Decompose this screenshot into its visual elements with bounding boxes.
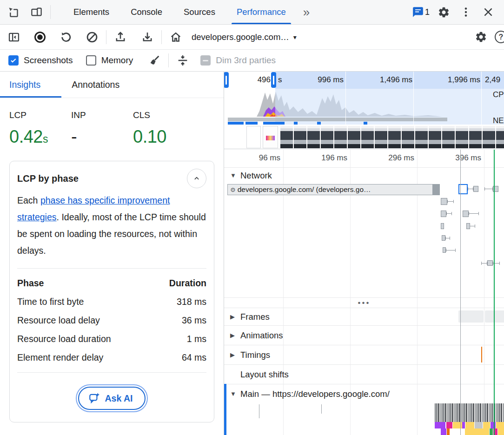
sidebar-tabs: Insights Annotations	[0, 72, 224, 98]
tab-sources[interactable]: Sources	[173, 0, 226, 24]
track-label: Main — https://developers.google.com/	[240, 389, 390, 399]
screenshots-filmstrip[interactable]	[279, 126, 504, 148]
network-request-bar[interactable]	[463, 211, 469, 217]
metric-cls: CLS 0.10	[133, 110, 166, 147]
messages-button[interactable]: 1	[412, 6, 430, 18]
network-request-bar[interactable]	[441, 211, 446, 217]
live-metrics-button[interactable]	[167, 29, 184, 46]
collect-garbage-button[interactable]	[146, 52, 163, 69]
capture-settings-button[interactable]	[472, 29, 489, 46]
flame-segment[interactable]	[447, 428, 450, 435]
close-devtools-button[interactable]	[480, 4, 497, 20]
navigation-history-select[interactable]: developers.google.com… ▾	[192, 32, 297, 42]
network-request-whisker	[468, 189, 473, 189]
track-header-network[interactable]: ▼ Network	[224, 167, 504, 183]
reload-icon	[60, 31, 73, 44]
clear-recording-button[interactable]	[84, 29, 100, 46]
help-button[interactable]: ?	[495, 31, 504, 43]
network-request-bar[interactable]	[473, 186, 478, 192]
flame-segment[interactable]	[475, 422, 483, 428]
overview-tick-suffix: s	[278, 75, 282, 85]
network-request-bar[interactable]	[442, 235, 445, 241]
flame-segment[interactable]	[435, 422, 445, 428]
network-request-bar[interactable]: ⚙ developers.google.com/ (developers.go…	[227, 184, 440, 195]
flame-segment[interactable]	[462, 422, 465, 428]
track-resize-handle[interactable]: •••	[224, 297, 504, 308]
timing-marker[interactable]	[481, 347, 482, 362]
collapse-card-button[interactable]	[187, 169, 206, 188]
settings-button[interactable]	[435, 4, 452, 20]
toggle-sidebar-button[interactable]	[6, 29, 22, 46]
window-right-handle[interactable]	[271, 72, 276, 88]
flame-segment[interactable]	[465, 422, 474, 428]
track-header-main[interactable]: ▼ Main — https://developers.google.com/	[224, 384, 504, 403]
screenshots-checkbox[interactable]	[8, 55, 19, 66]
panel-left-icon	[7, 31, 20, 44]
inspect-button[interactable]	[5, 4, 21, 20]
sidebar-tab-annotations[interactable]: Annotations	[61, 72, 130, 98]
flame-segment[interactable]	[483, 422, 490, 428]
memory-checkbox[interactable]	[86, 55, 96, 66]
flame-segment[interactable]	[496, 422, 504, 428]
network-request-bar[interactable]	[441, 223, 444, 229]
kebab-menu-button[interactable]	[458, 4, 474, 20]
block-icon	[86, 31, 99, 44]
overview-network-segment	[228, 122, 244, 125]
overview-tick: 1,496 ms	[378, 75, 412, 85]
tab-performance[interactable]: Performance	[226, 0, 297, 24]
frame-block[interactable]	[458, 310, 484, 323]
overview-tick: 996 ms	[316, 75, 344, 85]
chevron-up-icon	[192, 174, 201, 183]
record-button[interactable]	[32, 29, 48, 46]
close-icon	[482, 6, 494, 18]
dim-third-parties-label: Dim 3rd parties	[216, 55, 276, 66]
flame-segment[interactable]	[446, 422, 452, 428]
card-title: LCP by phase	[17, 169, 79, 184]
record-and-reload-button[interactable]	[58, 29, 74, 46]
flame-segment[interactable]	[490, 428, 493, 435]
timeline-playhead[interactable]	[460, 150, 461, 435]
flame-segment[interactable]	[453, 422, 462, 428]
tab-elements[interactable]: Elements	[63, 0, 120, 24]
ruler-tick: 296 ms	[382, 153, 414, 163]
network-request-bar[interactable]	[441, 198, 447, 205]
track-header-animations[interactable]: ▶ Animations	[224, 325, 504, 345]
collapse-details-button[interactable]	[174, 52, 191, 69]
flame-segment[interactable]	[491, 422, 496, 428]
track-header-layout-shifts[interactable]: Layout shifts	[224, 364, 504, 384]
flame-segment[interactable]	[441, 428, 446, 435]
load-profile-button[interactable]	[112, 29, 129, 46]
flame-segment[interactable]	[465, 428, 489, 435]
network-request-bar[interactable]	[487, 260, 493, 266]
ask-ai-button[interactable]: Ask AI	[78, 387, 146, 410]
tab-console[interactable]: Console	[120, 0, 173, 24]
chat-bubble-icon	[412, 6, 424, 18]
col-duration: Duration	[169, 278, 206, 289]
overview-cpu-label: CP	[493, 90, 504, 99]
screenshot-thumbnail[interactable]	[263, 126, 278, 148]
divider	[168, 53, 169, 67]
card-header: LCP by phase	[17, 169, 206, 188]
save-profile-button[interactable]	[139, 29, 156, 46]
metric-unit: s	[43, 133, 48, 145]
track-header-timings[interactable]: ▶ Timings	[224, 345, 504, 364]
network-request-bar[interactable]	[443, 247, 446, 253]
network-request-whisker	[446, 250, 456, 250]
more-tabs-button[interactable]: »	[297, 0, 316, 24]
network-request-bar[interactable]	[458, 184, 468, 194]
track-label: Timings	[240, 350, 270, 360]
screenshot-thumbnail[interactable]	[246, 126, 261, 148]
description-text: Each	[17, 195, 40, 205]
device-toolbar-button[interactable]	[28, 4, 45, 20]
caret-down-icon: ▾	[293, 33, 297, 41]
dim-third-parties-checkbox	[200, 55, 211, 66]
messages-count: 1	[425, 7, 430, 17]
timeline-overview[interactable]: 496 996 ms 1,496 ms 1,996 ms 2,49 s CP N…	[224, 72, 504, 149]
phase-row: Resource load duration 1 ms	[17, 334, 206, 344]
overview-network-strip	[228, 118, 447, 121]
download-icon	[141, 31, 154, 44]
sidebar-tab-insights[interactable]: Insights	[0, 72, 61, 98]
phase-name: Resource load duration	[17, 334, 111, 344]
window-left-handle[interactable]	[224, 72, 229, 88]
flame-segment[interactable]	[498, 428, 504, 435]
